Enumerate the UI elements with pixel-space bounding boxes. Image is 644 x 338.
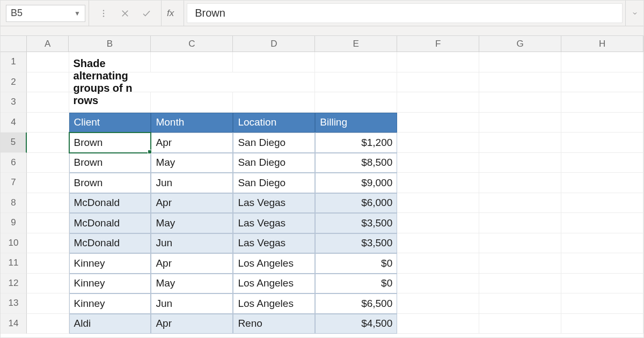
cell[interactable] — [397, 92, 479, 113]
cell[interactable] — [397, 153, 479, 173]
cell[interactable] — [151, 72, 233, 93]
cell-billing[interactable]: $3,500 — [315, 213, 397, 233]
cell[interactable] — [561, 193, 643, 214]
cell[interactable] — [233, 52, 315, 72]
cell[interactable] — [479, 274, 561, 294]
cell-client[interactable]: Brown — [69, 133, 151, 153]
cell[interactable] — [561, 52, 643, 72]
row-header[interactable]: 3 — [1, 92, 27, 113]
cell-client[interactable]: Brown — [69, 173, 151, 193]
cell[interactable] — [27, 173, 69, 193]
cell[interactable] — [561, 314, 643, 334]
cell[interactable] — [561, 253, 643, 274]
cell[interactable] — [479, 193, 561, 214]
select-all-corner[interactable] — [1, 36, 27, 52]
cell[interactable] — [27, 72, 69, 93]
cell[interactable] — [479, 213, 561, 233]
cell-location[interactable]: San Diego — [233, 153, 315, 173]
cell[interactable] — [397, 72, 479, 93]
cell[interactable] — [27, 193, 69, 214]
table-header-client[interactable]: Client — [69, 113, 151, 133]
cell-location[interactable]: Los Angeles — [233, 293, 315, 314]
col-header-A[interactable]: A — [27, 36, 69, 52]
cell-billing[interactable]: $4,500 — [315, 314, 397, 334]
cell[interactable] — [561, 293, 643, 314]
cell[interactable] — [479, 133, 561, 153]
cell[interactable] — [27, 314, 69, 334]
cell[interactable] — [27, 153, 69, 173]
cell[interactable] — [151, 52, 233, 72]
cell[interactable] — [561, 173, 643, 193]
cell[interactable] — [397, 113, 479, 133]
cell-month[interactable]: May — [151, 153, 233, 173]
cell-client[interactable]: McDonald — [69, 193, 151, 214]
cell[interactable] — [397, 193, 479, 214]
row-header[interactable]: 6 — [1, 153, 27, 173]
row-header[interactable]: 14 — [1, 314, 27, 334]
row-header[interactable]: 7 — [1, 173, 27, 193]
cell-location[interactable]: Las Vegas — [233, 233, 315, 254]
cell[interactable] — [69, 92, 151, 113]
cell-location[interactable]: Las Vegas — [233, 193, 315, 214]
cell[interactable] — [561, 213, 643, 233]
cell-billing[interactable]: $9,000 — [315, 173, 397, 193]
cell[interactable] — [479, 113, 561, 133]
cell[interactable] — [397, 213, 479, 233]
cell-client[interactable]: Kinney — [69, 253, 151, 274]
cell-billing[interactable]: $8,500 — [315, 153, 397, 173]
cell-client[interactable]: Kinney — [69, 293, 151, 314]
table-header-billing[interactable]: Billing — [315, 113, 397, 133]
cell[interactable] — [397, 133, 479, 153]
fx-label[interactable]: fx — [162, 1, 184, 26]
col-header-D[interactable]: D — [233, 36, 315, 52]
col-header-F[interactable]: F — [397, 36, 479, 52]
row-header[interactable]: 2 — [1, 72, 27, 93]
cell[interactable] — [397, 314, 479, 334]
row-header[interactable]: 4 — [1, 113, 27, 133]
cell-billing[interactable]: $0 — [315, 274, 397, 294]
expand-formula-bar-icon[interactable] — [625, 1, 643, 26]
row-header[interactable]: 10 — [1, 233, 27, 254]
cell-billing[interactable]: $0 — [315, 253, 397, 274]
cell[interactable] — [479, 293, 561, 314]
row-header[interactable]: 11 — [1, 253, 27, 274]
row-header[interactable]: 1 — [1, 52, 27, 72]
col-header-G[interactable]: G — [479, 36, 561, 52]
cell-billing[interactable]: $6,500 — [315, 293, 397, 314]
cell[interactable] — [233, 72, 315, 93]
cell[interactable] — [27, 113, 69, 133]
col-header-B[interactable]: B — [69, 36, 151, 52]
cell[interactable] — [315, 52, 397, 72]
cell[interactable] — [397, 253, 479, 274]
cell[interactable] — [397, 274, 479, 294]
cell[interactable] — [27, 253, 69, 274]
formula-input[interactable]: Brown — [187, 3, 623, 23]
enter-icon[interactable] — [142, 9, 151, 18]
title-cell[interactable]: Shade alternating groups of n rows — [69, 72, 151, 93]
cell[interactable] — [151, 92, 233, 113]
cell-location[interactable]: Reno — [233, 314, 315, 334]
cell[interactable] — [561, 72, 643, 93]
cell[interactable] — [479, 72, 561, 93]
cell-month[interactable]: Apr — [151, 314, 233, 334]
cell[interactable] — [479, 253, 561, 274]
cell-month[interactable]: Apr — [151, 193, 233, 214]
cell[interactable] — [27, 92, 69, 113]
cell-month[interactable]: Apr — [151, 253, 233, 274]
cell-month[interactable]: Jun — [151, 173, 233, 193]
cell[interactable] — [561, 274, 643, 294]
cell-location[interactable]: Los Angeles — [233, 274, 315, 294]
cell[interactable] — [479, 153, 561, 173]
cell-location[interactable]: San Diego — [233, 173, 315, 193]
cell[interactable] — [397, 293, 479, 314]
row-header[interactable]: 5 — [1, 133, 27, 153]
cell-location[interactable]: Las Vegas — [233, 213, 315, 233]
cell[interactable] — [315, 92, 397, 113]
cell[interactable] — [479, 233, 561, 254]
cell[interactable] — [397, 233, 479, 254]
cell[interactable] — [561, 113, 643, 133]
cell-month[interactable]: May — [151, 274, 233, 294]
cell-month[interactable]: Jun — [151, 233, 233, 254]
cell[interactable] — [479, 92, 561, 113]
cell[interactable] — [27, 213, 69, 233]
